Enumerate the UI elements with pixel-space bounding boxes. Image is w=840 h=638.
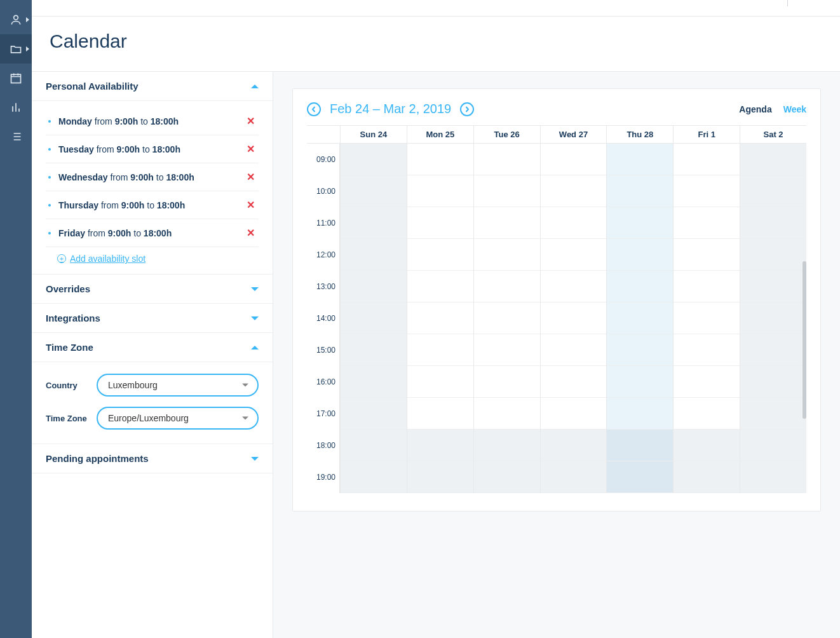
next-week-button[interactable] (460, 102, 474, 116)
nav-list[interactable] (0, 122, 32, 151)
calendar-slot[interactable] (674, 334, 740, 366)
scrollbar-thumb[interactable] (803, 261, 806, 419)
calendar-slot[interactable] (674, 207, 740, 239)
calendar-slot[interactable] (607, 302, 673, 334)
calendar-slot[interactable] (674, 144, 740, 175)
timezone-header[interactable]: Time Zone (32, 333, 273, 362)
calendar-slot[interactable] (341, 175, 407, 207)
nav-folder[interactable] (0, 34, 32, 64)
calendar-slot[interactable] (607, 144, 673, 175)
timezone-select[interactable]: Europe/Luxembourg (97, 407, 259, 430)
calendar-slot[interactable] (407, 302, 473, 334)
calendar-slot[interactable] (541, 175, 607, 207)
calendar-slot[interactable] (674, 461, 740, 493)
calendar-slot[interactable] (341, 144, 407, 175)
calendar-slot[interactable] (341, 430, 407, 461)
nav-calendar[interactable] (0, 64, 32, 93)
delete-slot-button[interactable]: ✕ (243, 143, 259, 155)
calendar-slot[interactable] (474, 175, 540, 207)
country-select[interactable]: Luxembourg (97, 374, 259, 397)
calendar-slot[interactable] (541, 334, 607, 366)
calendar-slot[interactable] (607, 430, 673, 461)
calendar-slot[interactable] (341, 366, 407, 398)
calendar-slot[interactable] (407, 398, 473, 430)
calendar-slot[interactable] (474, 461, 540, 493)
delete-slot-button[interactable]: ✕ (243, 227, 259, 239)
calendar-slot[interactable] (740, 239, 806, 271)
nav-profile[interactable] (0, 5, 32, 34)
calendar-slot[interactable] (740, 207, 806, 239)
view-agenda[interactable]: Agenda (739, 104, 771, 114)
calendar-slot[interactable] (474, 398, 540, 430)
calendar-slot[interactable] (407, 334, 473, 366)
calendar-slot[interactable] (740, 398, 806, 430)
pending-header[interactable]: Pending appointments (32, 444, 273, 473)
calendar-slot[interactable] (674, 398, 740, 430)
calendar-slot[interactable] (740, 430, 806, 461)
calendar-slot[interactable] (674, 302, 740, 334)
calendar-slot[interactable] (541, 366, 607, 398)
delete-slot-button[interactable]: ✕ (243, 115, 259, 127)
calendar-slot[interactable] (474, 334, 540, 366)
calendar-slot[interactable] (341, 461, 407, 493)
calendar-slot[interactable] (407, 144, 473, 175)
calendar-slot[interactable] (407, 271, 473, 302)
calendar-slot[interactable] (474, 366, 540, 398)
availability-header[interactable]: Personal Availability (32, 72, 273, 101)
integrations-header[interactable]: Integrations (32, 304, 273, 333)
overrides-header[interactable]: Overrides (32, 275, 273, 304)
calendar-slot[interactable] (474, 144, 540, 175)
calendar-slot[interactable] (541, 302, 607, 334)
calendar-slot[interactable] (674, 430, 740, 461)
calendar-slot[interactable] (341, 334, 407, 366)
calendar-slot[interactable] (607, 366, 673, 398)
calendar-slot[interactable] (740, 302, 806, 334)
calendar-slot[interactable] (541, 461, 607, 493)
prev-week-button[interactable] (307, 102, 321, 116)
nav-analytics[interactable] (0, 93, 32, 122)
calendar-slot[interactable] (407, 175, 473, 207)
calendar-slot[interactable] (541, 144, 607, 175)
calendar-slot[interactable] (607, 175, 673, 207)
add-availability-link[interactable]: + Add availability slot (57, 254, 259, 264)
calendar-slot[interactable] (341, 239, 407, 271)
calendar-slot[interactable] (674, 239, 740, 271)
calendar-slot[interactable] (541, 207, 607, 239)
calendar-slot[interactable] (607, 334, 673, 366)
calendar-slot[interactable] (407, 207, 473, 239)
calendar-slot[interactable] (341, 271, 407, 302)
calendar-slot[interactable] (607, 207, 673, 239)
calendar-slot[interactable] (674, 366, 740, 398)
delete-slot-button[interactable]: ✕ (243, 171, 259, 183)
calendar-slot[interactable] (474, 302, 540, 334)
calendar-slot[interactable] (407, 366, 473, 398)
calendar-slot[interactable] (607, 398, 673, 430)
calendar-slot[interactable] (541, 271, 607, 302)
calendar-slot[interactable] (740, 144, 806, 175)
calendar-slot[interactable] (407, 461, 473, 493)
calendar-slot[interactable] (740, 366, 806, 398)
calendar-slot[interactable] (474, 430, 540, 461)
calendar-slot[interactable] (541, 398, 607, 430)
calendar-slot[interactable] (674, 175, 740, 207)
calendar-slot[interactable] (407, 430, 473, 461)
calendar-slot[interactable] (541, 430, 607, 461)
calendar-slot[interactable] (474, 207, 540, 239)
calendar-slot[interactable] (674, 271, 740, 302)
calendar-slot[interactable] (474, 239, 540, 271)
calendar-slot[interactable] (474, 271, 540, 302)
delete-slot-button[interactable]: ✕ (243, 199, 259, 211)
calendar-slot[interactable] (407, 239, 473, 271)
calendar-slot[interactable] (607, 461, 673, 493)
calendar-slot[interactable] (740, 461, 806, 493)
calendar-slot[interactable] (740, 271, 806, 302)
calendar-slot[interactable] (607, 271, 673, 302)
calendar-slot[interactable] (341, 398, 407, 430)
view-week[interactable]: Week (783, 104, 806, 114)
calendar-slot[interactable] (341, 207, 407, 239)
calendar-slot[interactable] (341, 302, 407, 334)
calendar-slot[interactable] (541, 239, 607, 271)
calendar-slot[interactable] (607, 239, 673, 271)
calendar-slot[interactable] (740, 175, 806, 207)
calendar-slot[interactable] (740, 334, 806, 366)
